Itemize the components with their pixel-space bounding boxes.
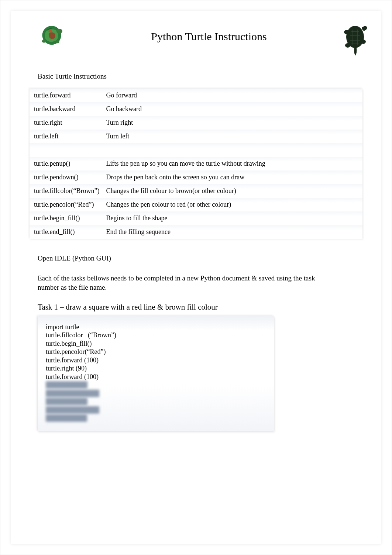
table-row: turtle.pencolor(“Red”)Changes the pen co…: [30, 198, 362, 211]
open-idle-text: Open IDLE (Python GUI): [38, 254, 318, 263]
description-cell: Lifts the pen up so you can move the tur…: [104, 157, 362, 170]
command-cell: turtle.right: [30, 116, 104, 130]
header-row: Python Turtle Instructions: [30, 22, 362, 58]
task-1-heading: Task 1 – draw a square with a red line &…: [38, 303, 362, 312]
code-line: turtle.pencolor(“Red”): [46, 348, 266, 356]
svg-point-1: [56, 29, 62, 34]
description-cell: Turn left: [104, 130, 362, 143]
code-line: turtle.begin_fill(): [46, 339, 266, 348]
table-row: turtle.pendown()Drops the pen back onto …: [30, 170, 362, 184]
description-cell: Go backward: [104, 102, 362, 116]
svg-point-6: [344, 30, 350, 34]
command-cell: turtle.pendown(): [30, 170, 104, 184]
table-row: turtle.begin_fill()Begins to fill the sh…: [30, 211, 362, 225]
svg-point-2: [42, 40, 46, 43]
code-line: turtle.fillcolor (“Brown”): [46, 331, 266, 339]
description-cell: Changes the fill colour to brown(or othe…: [104, 184, 362, 198]
spacer-cell: [104, 143, 362, 157]
code-line-obscured: turtle.forward (100): [46, 406, 266, 414]
command-cell: turtle.forward: [30, 89, 104, 102]
command-cell: turtle.fillcolor(“Brown”): [30, 184, 104, 198]
description-cell: End the filling sequence: [104, 225, 362, 239]
command-cell: turtle.end_fill(): [30, 225, 104, 239]
command-cell: turtle.begin_fill(): [30, 211, 104, 225]
task-1-code-box: import turtleturtle.fillcolor (“Brown”)t…: [38, 316, 274, 431]
table-row: turtle.penup()Lifts the pen up so you ca…: [30, 157, 362, 170]
table-row: turtle.leftTurn left: [30, 130, 362, 143]
section-heading-basic: Basic Turtle Instructions: [38, 72, 362, 80]
command-cell: turtle.backward: [30, 102, 104, 116]
table-row: turtle.end_fill()End the filling sequenc…: [30, 225, 362, 239]
command-cell: turtle.left: [30, 130, 104, 143]
description-cell: Changes the pen colour to red (or other …: [104, 198, 362, 211]
document-page: Python Turtle Instructions Basic Turtle …: [0, 0, 392, 555]
code-line: import turtle: [46, 323, 266, 331]
table-row: turtle.fillcolor(“Brown”)Changes the fil…: [30, 184, 362, 198]
code-line-obscured: turtle.right (90): [46, 381, 266, 389]
spacer-cell: [30, 143, 104, 157]
content-frame: Python Turtle Instructions Basic Turtle …: [11, 11, 381, 544]
description-cell: Go forward: [104, 89, 362, 102]
command-cell: turtle.pencolor(“Red”): [30, 198, 104, 211]
svg-point-8: [345, 43, 350, 48]
command-cell: turtle.penup(): [30, 157, 104, 170]
svg-point-3: [56, 40, 59, 43]
code-line: turtle.forward (100): [46, 373, 266, 381]
description-cell: Turn right: [104, 116, 362, 130]
code-line-obscured: turtle.end_fill(): [46, 414, 266, 423]
table-row: turtle.rightTurn right: [30, 116, 362, 130]
table-row: turtle.forwardGo forward: [30, 89, 362, 102]
instructions-table: turtle.forwardGo forwardturtle.backwardG…: [30, 89, 362, 239]
code-line-obscured: turtle.forward (100): [46, 389, 266, 398]
svg-point-7: [361, 39, 366, 44]
table-row: turtle.backwardGo backward: [30, 102, 362, 116]
spacer-row: [30, 143, 362, 157]
description-cell: Drops the pen back onto the screen so yo…: [104, 170, 362, 184]
page-title: Python Turtle Instructions: [66, 22, 340, 43]
task-intro-text: Each of the tasks bellows needs to be co…: [38, 273, 318, 292]
code-line: turtle.forward (100): [46, 356, 266, 365]
turtle-globe-icon: [37, 20, 66, 49]
description-cell: Begins to fill the shape: [104, 211, 362, 225]
code-line-obscured: turtle.right (90): [46, 397, 266, 406]
turtle-silhouette-icon: [340, 20, 370, 57]
code-line: turtle.right (90): [46, 364, 266, 373]
svg-point-4: [48, 30, 52, 32]
